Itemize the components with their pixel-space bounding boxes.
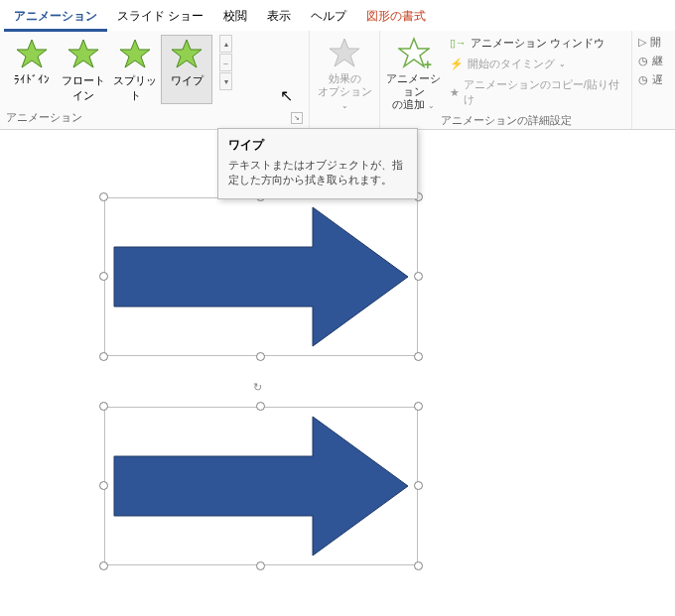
trigger-label: 開始のタイミング: [468, 57, 555, 71]
timing-group-partial: ▷開 ◷継 ◷遅: [632, 31, 663, 129]
gallery-wipe[interactable]: ワイプ: [161, 35, 212, 104]
group-advanced-animation: + アニメーションの追加 ⌄ ▯→ アニメーション ウィンドウ ⚡ 開始のタイミ…: [380, 31, 632, 129]
selected-shape-1[interactable]: [104, 197, 418, 356]
group-effect-options: 効果のオプション ⌄: [310, 31, 380, 129]
start-label: 開: [650, 35, 661, 50]
resize-handle[interactable]: [414, 561, 423, 570]
resize-handle[interactable]: [256, 352, 265, 361]
resize-handle[interactable]: [99, 561, 108, 570]
selected-shape-2[interactable]: ↻: [104, 407, 418, 565]
delay-row[interactable]: ◷遅: [638, 72, 663, 87]
effect-options-button: 効果のオプション ⌄: [316, 35, 373, 112]
gallery-row-up[interactable]: ▴: [219, 35, 232, 53]
advanced-rows: ▯→ アニメーション ウィンドウ ⚡ 開始のタイミング ⌄ ★ アニメーションの…: [448, 35, 625, 108]
right-arrow-shape[interactable]: [104, 197, 418, 356]
gallery-row-mid[interactable]: –: [219, 54, 232, 71]
tab-view[interactable]: 表示: [257, 4, 301, 31]
resize-handle[interactable]: [414, 481, 423, 490]
gallery-more[interactable]: ▾: [219, 72, 232, 90]
rotate-handle[interactable]: ↻: [253, 381, 269, 397]
star-icon: [16, 38, 48, 69]
star-icon: [329, 37, 360, 68]
group-label-animation: アニメーション ↘: [6, 109, 303, 127]
animation-gallery: ﾗｲﾄﾞｲﾝ フロートイン スプリット ワイプ: [6, 35, 212, 104]
gallery-label: フロートイン: [61, 73, 106, 103]
ribbon: ﾗｲﾄﾞｲﾝ フロートイン スプリット ワイプ ▴ – ▾: [0, 31, 675, 130]
resize-handle[interactable]: [99, 352, 108, 361]
resize-handle[interactable]: [99, 402, 108, 411]
clock-icon: ◷: [638, 73, 648, 86]
gallery-spinner: ▴ – ▾: [219, 35, 232, 90]
resize-handle[interactable]: [99, 481, 108, 490]
tooltip-body: テキストまたはオブジェクトが、指定した方向から拭き取られます。: [228, 158, 407, 188]
group-animation: ﾗｲﾄﾞｲﾝ フロートイン スプリット ワイプ ▴ – ▾: [0, 31, 310, 129]
tab-review[interactable]: 校閲: [213, 4, 257, 31]
group-label-empty: [316, 112, 373, 128]
star-icon: [171, 38, 202, 69]
tab-shape-format[interactable]: 図形の書式: [356, 4, 436, 31]
star-icon: [68, 38, 99, 69]
resize-handle[interactable]: [256, 561, 265, 570]
add-animation-label1: アニメーション: [386, 72, 441, 97]
tab-help[interactable]: ヘルプ: [301, 4, 356, 31]
gallery-label: ﾗｲﾄﾞｲﾝ: [9, 73, 55, 85]
group-label-advanced: アニメーションの詳細設定: [386, 112, 625, 130]
painter-icon: ★: [450, 86, 460, 99]
resize-handle[interactable]: [256, 402, 265, 411]
animation-pane-button[interactable]: ▯→ アニメーション ウィンドウ: [448, 35, 625, 52]
resize-handle[interactable]: [414, 402, 423, 411]
star-icon: [119, 38, 151, 69]
chevron-down-icon: ⌄: [559, 60, 566, 68]
play-icon: ▷: [638, 36, 646, 49]
tab-animation[interactable]: アニメーション: [4, 4, 107, 31]
delay-label: 遅: [652, 72, 663, 87]
pane-icon: ▯→: [450, 37, 467, 50]
duration-label: 継: [652, 54, 663, 68]
resize-handle[interactable]: [99, 272, 108, 281]
right-arrow-shape[interactable]: [104, 407, 418, 565]
chevron-down-icon: ⌄: [341, 101, 348, 110]
tooltip-title: ワイプ: [228, 137, 407, 154]
slide-canvas[interactable]: ↻: [0, 139, 675, 616]
animation-pane-label: アニメーション ウィンドウ: [471, 36, 605, 51]
start-row[interactable]: ▷開: [638, 35, 663, 50]
trigger-icon: ⚡: [450, 58, 464, 70]
chevron-down-icon: ⌄: [428, 101, 435, 110]
plus-icon: +: [424, 57, 432, 72]
add-animation-label2: の追加: [392, 98, 425, 110]
gallery-label: スプリット: [112, 73, 158, 103]
resize-handle[interactable]: [414, 272, 423, 281]
group-label-text: アニメーション: [6, 111, 82, 125]
trigger-button: ⚡ 開始のタイミング ⌄: [448, 56, 625, 72]
tooltip-wipe: ワイプ テキストまたはオブジェクトが、指定した方向から拭き取られます。: [217, 128, 418, 199]
gallery-slidein[interactable]: ﾗｲﾄﾞｲﾝ: [6, 35, 58, 104]
duration-row[interactable]: ◷継: [638, 54, 663, 68]
resize-handle[interactable]: [99, 192, 108, 201]
effect-options-label1: 効果の: [329, 72, 361, 84]
effect-options-label2: オプション: [318, 85, 372, 97]
gallery-split[interactable]: スプリット: [109, 35, 161, 104]
gallery-label: ワイプ: [164, 73, 209, 88]
painter-label: アニメーションのコピー/貼り付け: [464, 77, 623, 107]
clock-icon: ◷: [638, 55, 648, 67]
tab-slideshow[interactable]: スライド ショー: [107, 4, 213, 31]
animation-painter-button: ★ アニメーションのコピー/貼り付け: [448, 76, 625, 108]
dialog-launcher[interactable]: ↘: [291, 112, 303, 124]
ribbon-tabs: アニメーション スライド ショー 校閲 表示 ヘルプ 図形の書式: [0, 0, 675, 31]
resize-handle[interactable]: [414, 352, 423, 361]
add-animation-button[interactable]: + アニメーションの追加 ⌄: [386, 35, 442, 112]
gallery-floatin[interactable]: フロートイン: [58, 35, 109, 104]
